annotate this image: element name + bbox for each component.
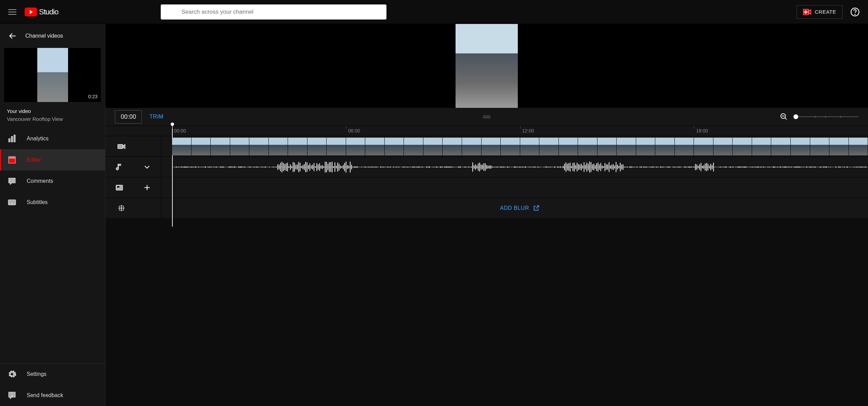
- logo[interactable]: Studio: [25, 8, 58, 16]
- create-button[interactable]: CREATE: [797, 5, 843, 19]
- youtube-play-icon: [25, 8, 37, 16]
- menu-icon[interactable]: [8, 8, 16, 16]
- search-box[interactable]: [161, 4, 386, 20]
- logo-text: Studio: [39, 8, 58, 16]
- help-icon[interactable]: [850, 7, 860, 17]
- search-icon: [166, 8, 175, 16]
- svg-rect-4: [804, 12, 807, 12]
- search-input[interactable]: [181, 9, 381, 15]
- svg-line-1: [172, 13, 174, 15]
- create-video-icon: [803, 9, 811, 15]
- svg-point-0: [168, 9, 173, 14]
- svg-point-6: [855, 14, 855, 14]
- create-label: CREATE: [815, 9, 836, 15]
- topbar: Studio CREATE: [0, 0, 868, 24]
